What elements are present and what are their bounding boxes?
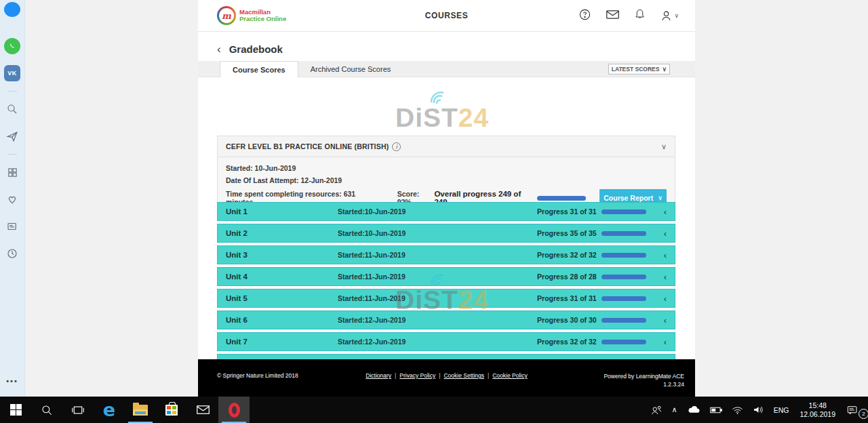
windows-taskbar: e ∧ — [0, 397, 868, 423]
unit-started: Started:12-Jun-2019 — [338, 338, 537, 346]
unit-progress-label: Progress 28 of 28 — [537, 273, 597, 281]
info-icon[interactable]: i — [392, 142, 401, 151]
unit-progress-label: Progress 32 of 32 — [537, 251, 597, 259]
footer-link-cookie-settings[interactable]: Cookie Settings — [443, 372, 484, 379]
whatsapp-icon[interactable] — [0, 33, 24, 60]
unit-name: Unit 5 — [226, 294, 338, 302]
unit-progress-label: Progress 31 of 31 — [537, 294, 597, 302]
expand-chevron-icon[interactable]: ‹ — [664, 207, 667, 216]
apps-grid-icon[interactable] — [0, 159, 24, 186]
tabs-bar: Course Scores Archived Course Scores LAT… — [198, 61, 695, 77]
time: 15:48 — [800, 401, 835, 410]
divider — [7, 91, 17, 92]
course-last-attempt: Date Of Last Attempt: 12-Jun-2019 — [226, 174, 667, 186]
mail-icon[interactable] — [606, 9, 620, 23]
footer-link-cookie-policy[interactable]: Cookie Policy — [492, 372, 528, 379]
unit-row[interactable]: Unit 1 Started:10-Jun-2019 Progress 31 o… — [217, 202, 675, 221]
unit-row[interactable]: Unit 2 Started:10-Jun-2019 Progress 35 o… — [217, 224, 675, 243]
action-center-icon[interactable]: 2 — [842, 397, 868, 423]
version: 1.2.3.24 — [604, 380, 684, 388]
site-footer: © Springer Nature Limited 2018 Dictionar… — [198, 359, 695, 397]
unit-name: Unit 2 — [226, 229, 338, 237]
more-icon[interactable]: ••• — [0, 367, 24, 395]
messenger-icon[interactable] — [0, 0, 24, 27]
unit-progress-bar — [601, 231, 646, 236]
help-icon[interactable] — [578, 8, 591, 24]
opera-icon[interactable] — [218, 397, 250, 423]
start-button-icon[interactable] — [0, 397, 31, 423]
footer-link-dictionary[interactable]: Dictionary — [366, 372, 391, 379]
course-panel-header[interactable]: CEFR LEVEL B1 PRACTICE ONLINE (BRITISH) … — [217, 136, 675, 157]
volume-icon[interactable] — [748, 397, 769, 423]
news-feed-icon[interactable] — [0, 213, 24, 240]
unit-progress-bar — [601, 340, 646, 344]
edge-icon[interactable]: e — [94, 397, 125, 423]
overall-progress-bar — [537, 196, 586, 201]
microsoft-store-icon[interactable] — [156, 397, 187, 423]
expand-chevron-icon[interactable]: ‹ — [664, 229, 667, 238]
unit-row[interactable]: Unit 4 Started:11-Jun-2019 Progress 28 o… — [217, 267, 675, 286]
powered-by: Powered by LearningMate ACE — [604, 372, 684, 380]
expand-chevron-icon[interactable]: ‹ — [664, 316, 667, 325]
expand-chevron-icon[interactable]: ‹ — [664, 294, 667, 303]
page-content: m Macmillan Practice Online COURSES — [198, 0, 695, 397]
history-clock-icon[interactable] — [0, 240, 24, 267]
course-started: Started: 10-Jun-2019 — [226, 162, 667, 174]
tab-archived-course-scores[interactable]: Archived Course Scores — [298, 61, 403, 77]
heart-icon[interactable] — [0, 186, 24, 213]
expand-chevron-icon[interactable]: ‹ — [664, 338, 667, 346]
unit-progress-label: Progress 31 of 31 — [537, 207, 597, 216]
chevron-down-icon[interactable]: ∨ — [661, 142, 667, 151]
expand-chevron-icon[interactable]: ‹ — [664, 251, 667, 260]
course-title: CEFR LEVEL B1 PRACTICE ONLINE (BRITISH) — [226, 142, 389, 150]
hidden-icons-chevron-icon[interactable]: ∧ — [667, 397, 682, 423]
unit-name: Unit 4 — [226, 273, 338, 281]
page-title: Gradebook — [229, 43, 283, 55]
expand-chevron-icon[interactable]: ‹ — [664, 273, 667, 281]
send-icon[interactable] — [0, 123, 24, 150]
unit-started: Started:10-Jun-2019 — [338, 229, 537, 237]
unit-name: Unit 7 — [226, 338, 338, 346]
taskbar-search-icon[interactable] — [31, 397, 62, 423]
people-icon[interactable] — [646, 397, 667, 423]
unit-started: Started:12-Jun-2019 — [338, 316, 537, 324]
chevron-down-icon: ∨ — [658, 195, 663, 201]
divider — [7, 154, 17, 155]
unit-started: Started:11-Jun-2019 — [338, 294, 537, 302]
app-header: m Macmillan Practice Online COURSES — [198, 0, 695, 32]
wifi-icon[interactable] — [727, 397, 748, 423]
onedrive-cloud-icon[interactable] — [682, 397, 705, 423]
chevron-down-icon: ∨ — [662, 66, 667, 73]
vk-icon[interactable]: VK — [0, 60, 24, 87]
notifications-bell-icon[interactable] — [634, 8, 646, 24]
notification-badge: 2 — [859, 409, 868, 419]
screen: VK ••• m Macmillan — [0, 0, 868, 423]
footer-link-privacy-policy[interactable]: Privacy Policy — [399, 372, 435, 379]
file-explorer-icon[interactable] — [125, 397, 156, 423]
user-icon — [660, 9, 673, 22]
unit-name: Unit 6 — [226, 316, 338, 324]
unit-row[interactable]: Unit 3 Started:11-Jun-2019 Progress 32 o… — [217, 245, 675, 264]
chevron-down-icon: ∨ — [674, 12, 679, 19]
battery-icon[interactable] — [705, 397, 727, 423]
search-icon[interactable] — [0, 96, 24, 123]
unit-row[interactable]: Unit 6 Started:12-Jun-2019 Progress 30 o… — [217, 310, 675, 329]
unit-progress-label: Progress 35 of 35 — [537, 229, 597, 237]
unit-started: Started:11-Jun-2019 — [338, 251, 537, 259]
system-tray: ∧ ENG 15:48 12.06.2019 2 — [646, 397, 868, 423]
account-menu[interactable]: ∨ — [660, 9, 679, 22]
back-chevron-icon[interactable]: ‹ — [217, 43, 221, 55]
unit-list: Unit 1 Started:10-Jun-2019 Progress 31 o… — [217, 202, 675, 376]
language-indicator[interactable]: ENG — [769, 397, 794, 423]
macmillan-logo-icon: m — [217, 6, 236, 25]
unit-row[interactable]: Unit 7 Started:12-Jun-2019 Progress 32 o… — [217, 332, 675, 351]
task-view-icon[interactable] — [62, 397, 94, 423]
unit-started: Started:11-Jun-2019 — [338, 273, 537, 281]
mail-app-icon[interactable] — [187, 397, 218, 423]
tab-course-scores[interactable]: Course Scores — [220, 61, 298, 77]
clock[interactable]: 15:48 12.06.2019 — [793, 401, 842, 419]
social-sidebar: VK ••• — [0, 0, 25, 397]
unit-row[interactable]: Unit 5 Started:11-Jun-2019 Progress 31 o… — [217, 289, 675, 308]
latest-scores-dropdown[interactable]: LATEST SCORES ∨ — [608, 64, 670, 75]
unit-started: Started:10-Jun-2019 — [338, 207, 537, 216]
